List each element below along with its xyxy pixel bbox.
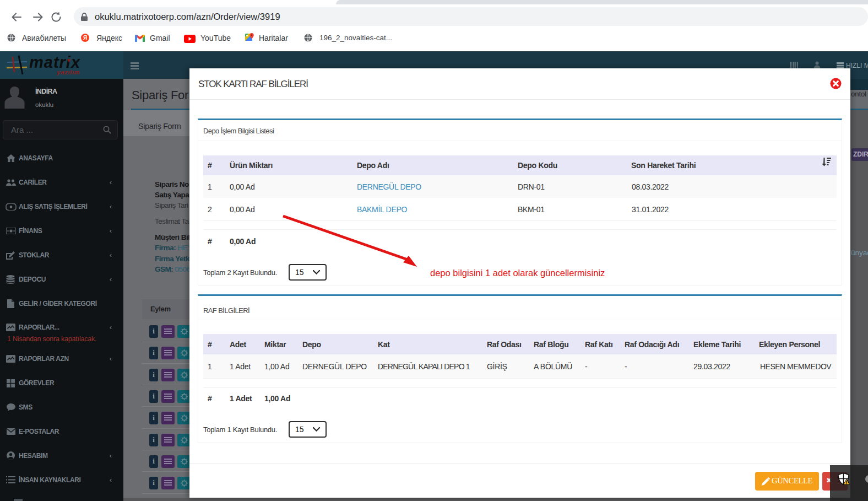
svg-text:Я: Я (83, 35, 87, 41)
